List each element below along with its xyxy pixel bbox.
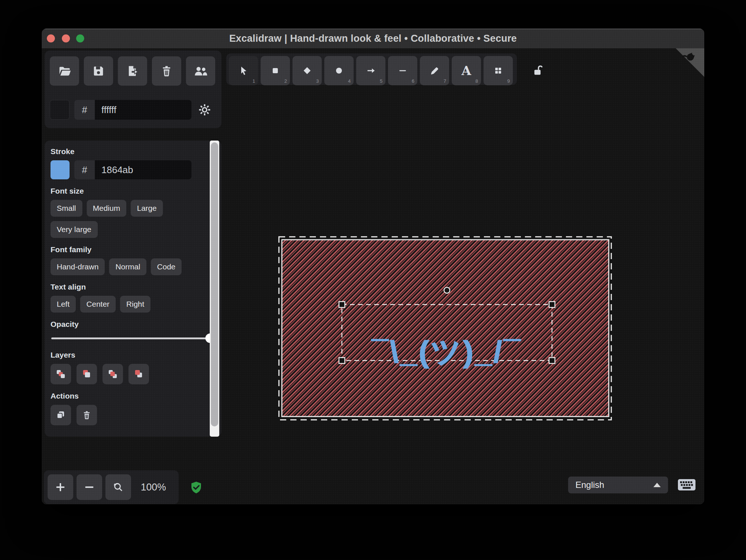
tool-draw[interactable]: 7: [420, 56, 449, 85]
tool-rectangle[interactable]: 2: [261, 56, 290, 85]
font-size-medium[interactable]: Medium: [87, 200, 127, 217]
zoom-level[interactable]: 100%: [134, 482, 172, 493]
github-corner[interactable]: [675, 48, 704, 78]
bring-to-front-button[interactable]: [128, 364, 149, 384]
layers-label: Layers: [51, 351, 216, 359]
font-family-normal[interactable]: Normal: [109, 258, 146, 275]
tool-ellipse[interactable]: 4: [324, 56, 354, 85]
tool-library[interactable]: 9: [484, 56, 513, 85]
tool-shortcut: 6: [412, 78, 414, 84]
tool-shortcut: 1: [253, 78, 255, 84]
shape-toolbar: 1 2 3 4 5: [226, 53, 517, 85]
tool-shortcut: 9: [507, 78, 510, 84]
diamond-icon: [301, 65, 313, 76]
window-title: Excalidraw | Hand-drawn look & feel • Co…: [42, 29, 704, 48]
unlock-icon: [531, 64, 545, 77]
reset-zoom-icon: [112, 481, 124, 493]
stroke-label: Stroke: [51, 147, 216, 156]
hash-prefix: #: [74, 100, 95, 120]
language-select[interactable]: English: [568, 477, 668, 493]
bring-forward-button[interactable]: [102, 364, 123, 384]
excalidraw-window: ¯\_(ツ)_/¯ Excalidraw | Hand-drawn look &…: [42, 29, 704, 504]
tool-line[interactable]: 6: [388, 56, 417, 85]
duplicate-icon: [55, 410, 66, 421]
delete-button[interactable]: [77, 405, 97, 425]
text-align-center[interactable]: Center: [80, 296, 116, 313]
collaborators-button[interactable]: [186, 56, 215, 86]
plus-icon: [55, 482, 66, 493]
keyboard-shortcuts-button[interactable]: [675, 477, 698, 493]
keyboard-icon: [678, 478, 696, 492]
export-button[interactable]: [118, 56, 147, 86]
gear-icon[interactable]: [198, 103, 211, 116]
tool-shortcut: 3: [316, 78, 319, 84]
tool-selection[interactable]: 1: [229, 56, 258, 85]
shrug-text-element[interactable]: ¯\_(ツ)_/¯: [342, 324, 552, 381]
text-align-left[interactable]: Left: [51, 296, 76, 313]
library-grid-icon: [492, 65, 504, 76]
canvas-background-row: #: [50, 100, 211, 120]
handle-top-left[interactable]: [339, 302, 345, 307]
properties-panel: Stroke # Font size Small Medium Large Ve…: [45, 141, 221, 437]
lock-button[interactable]: [529, 64, 547, 79]
opacity-label: Opacity: [51, 320, 216, 329]
opacity-slider-track[interactable]: [51, 337, 212, 339]
save-button[interactable]: [84, 56, 113, 86]
panel-scrollbar-thumb[interactable]: [211, 142, 218, 426]
font-size-very-large[interactable]: Very large: [51, 221, 98, 238]
tool-shortcut: 7: [444, 78, 446, 84]
ellipse-icon: [333, 65, 345, 76]
tool-shortcut: 5: [380, 78, 383, 84]
selection-cursor-icon: [238, 65, 249, 76]
tool-shortcut: 2: [284, 78, 287, 84]
canvas-background-input[interactable]: [95, 100, 191, 120]
tool-text[interactable]: A 8: [452, 56, 481, 85]
hash-prefix: #: [74, 160, 95, 179]
export-file-icon: [126, 64, 139, 78]
save-icon: [92, 64, 105, 78]
reset-zoom-button[interactable]: [105, 474, 131, 500]
minus-icon: [84, 482, 95, 493]
bring-to-front-icon: [133, 369, 144, 380]
pencil-icon: [429, 65, 440, 76]
tool-shortcut: 4: [348, 78, 351, 84]
stroke-color-swatch[interactable]: [51, 160, 70, 179]
clear-canvas-button[interactable]: [152, 56, 181, 86]
duplicate-button[interactable]: [51, 405, 71, 425]
open-button[interactable]: [50, 56, 79, 86]
send-to-back-button[interactable]: [51, 364, 71, 384]
font-size-small[interactable]: Small: [51, 200, 82, 217]
tool-diamond[interactable]: 3: [292, 56, 322, 85]
collaborators-icon: [194, 64, 208, 78]
text-align-right[interactable]: Right: [120, 296, 150, 313]
zoom-in-button[interactable]: [48, 474, 73, 500]
handle-top-right[interactable]: [549, 302, 555, 307]
tool-arrow[interactable]: 5: [356, 56, 385, 85]
actions-label: Actions: [51, 392, 216, 400]
font-family-hand-drawn[interactable]: Hand-drawn: [51, 258, 105, 275]
trash-icon: [160, 64, 173, 78]
panel-scrollbar[interactable]: [210, 141, 219, 437]
zoom-out-button[interactable]: [77, 474, 102, 500]
rotation-handle[interactable]: [444, 287, 450, 293]
tool-shortcut: 8: [475, 78, 478, 84]
send-backward-button[interactable]: [77, 364, 97, 384]
send-backward-icon: [81, 369, 92, 380]
trash-icon: [82, 410, 92, 420]
send-to-back-icon: [55, 369, 66, 380]
font-size-large[interactable]: Large: [131, 200, 163, 217]
font-family-code[interactable]: Code: [151, 258, 182, 275]
line-icon: [397, 65, 409, 76]
text-tool-icon: A: [462, 63, 471, 78]
opacity-slider[interactable]: [51, 333, 215, 343]
file-toolbar: #: [45, 51, 221, 128]
stroke-color-input[interactable]: [95, 160, 191, 179]
canvas-background-swatch[interactable]: [50, 100, 70, 120]
stroke-color-row: #: [51, 160, 216, 179]
text-align-label: Text align: [51, 283, 216, 291]
open-folder-icon: [58, 64, 71, 78]
titlebar: Excalidraw | Hand-drawn look & feel • Co…: [42, 29, 704, 48]
arrow-icon: [365, 65, 377, 76]
rectangle-icon: [269, 65, 281, 76]
encryption-shield-icon[interactable]: [190, 481, 203, 494]
